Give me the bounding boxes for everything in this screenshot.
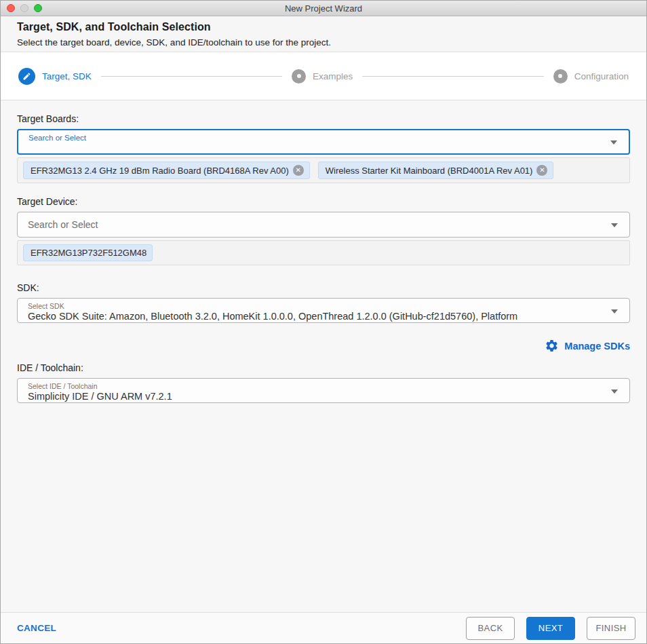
step-dot-icon bbox=[292, 69, 306, 83]
board-chip-label: Wireless Starter Kit Mainboard (BRD4001A… bbox=[326, 166, 533, 176]
board-chip-label: EFR32MG13 2.4 GHz 19 dBm Radio Board (BR… bbox=[31, 166, 289, 176]
target-device-placeholder: Search or Select bbox=[28, 219, 602, 230]
ide-toolchain-label: IDE / Toolchain: bbox=[17, 362, 630, 373]
step-label: Target, SDK bbox=[42, 71, 92, 81]
remove-chip-icon[interactable]: ✕ bbox=[536, 165, 547, 176]
sdk-value: Gecko SDK Suite: Amazon, Bluetooth 3.2.0… bbox=[28, 311, 602, 322]
ide-toolchain-combobox[interactable]: Select IDE / Toolchain Simplicity IDE / … bbox=[17, 378, 630, 403]
remove-chip-icon[interactable]: ✕ bbox=[293, 165, 304, 176]
target-boards-placeholder: Search or Select bbox=[28, 134, 602, 142]
sdk-combobox[interactable]: Select SDK Gecko SDK Suite: Amazon, Blue… bbox=[17, 298, 630, 323]
gear-icon bbox=[545, 339, 559, 353]
chevron-down-icon[interactable] bbox=[611, 309, 618, 314]
titlebar: New Project Wizard bbox=[1, 1, 646, 16]
step-dot-icon bbox=[553, 69, 568, 83]
ide-value: Simplicity IDE / GNU ARM v7.2.1 bbox=[28, 391, 602, 402]
chevron-down-icon[interactable] bbox=[611, 390, 618, 394]
step-examples[interactable]: Examples bbox=[292, 69, 353, 83]
next-button[interactable]: NEXT bbox=[526, 617, 575, 640]
board-chip: Wireless Starter Kit Mainboard (BRD4001A… bbox=[318, 162, 554, 179]
sdk-label: SDK: bbox=[17, 282, 630, 293]
ide-select-label: Select IDE / Toolchain bbox=[28, 382, 602, 390]
target-device-combobox[interactable]: Search or Select bbox=[17, 212, 630, 238]
manage-sdks-button[interactable]: Manage SDKs bbox=[545, 339, 630, 353]
new-project-wizard-window: New Project Wizard Target, SDK, and Tool… bbox=[0, 0, 647, 644]
manage-sdks-row: Manage SDKs bbox=[17, 339, 630, 353]
pencil-icon bbox=[18, 68, 35, 85]
device-chip-label: EFR32MG13P732F512GM48 bbox=[31, 248, 146, 258]
sdk-select-label: Select SDK bbox=[28, 302, 602, 310]
device-chip: EFR32MG13P732F512GM48 bbox=[23, 244, 153, 261]
target-boards-combobox[interactable]: Search or Select bbox=[17, 129, 630, 155]
wizard-header: Target, SDK, and Toolchain Selection Sel… bbox=[1, 16, 646, 52]
step-target-sdk[interactable]: Target, SDK bbox=[18, 68, 92, 85]
board-chip: EFR32MG13 2.4 GHz 19 dBm Radio Board (BR… bbox=[23, 162, 310, 179]
target-device-chip-row: EFR32MG13P732F512GM48 bbox=[17, 240, 630, 265]
wizard-stepper: Target, SDK Examples Configuration bbox=[1, 52, 646, 100]
chevron-down-icon[interactable] bbox=[611, 223, 618, 227]
target-boards-label: Target Boards: bbox=[17, 113, 630, 124]
manage-sdks-label: Manage SDKs bbox=[564, 341, 630, 352]
footer-buttons: BACK NEXT FINISH bbox=[466, 617, 635, 640]
step-label: Examples bbox=[313, 71, 353, 81]
page-title: Target, SDK, and Toolchain Selection bbox=[17, 21, 630, 33]
page-subtitle: Select the target board, device, SDK, an… bbox=[17, 37, 630, 48]
finish-button[interactable]: FINISH bbox=[587, 617, 635, 640]
stepper-connector bbox=[101, 76, 282, 77]
chevron-down-icon[interactable] bbox=[610, 140, 617, 145]
target-device-label: Target Device: bbox=[17, 196, 630, 207]
wizard-footer: CANCEL BACK NEXT FINISH bbox=[1, 612, 646, 643]
target-boards-chip-row: EFR32MG13 2.4 GHz 19 dBm Radio Board (BR… bbox=[17, 157, 630, 183]
step-label: Configuration bbox=[574, 71, 629, 81]
step-configuration[interactable]: Configuration bbox=[553, 69, 629, 83]
wizard-content: Target Boards: Search or Select EFR32MG1… bbox=[1, 100, 646, 612]
cancel-button[interactable]: CANCEL bbox=[17, 623, 56, 633]
stepper-connector bbox=[362, 76, 543, 77]
back-button[interactable]: BACK bbox=[466, 617, 515, 640]
window-title: New Project Wizard bbox=[1, 3, 646, 14]
